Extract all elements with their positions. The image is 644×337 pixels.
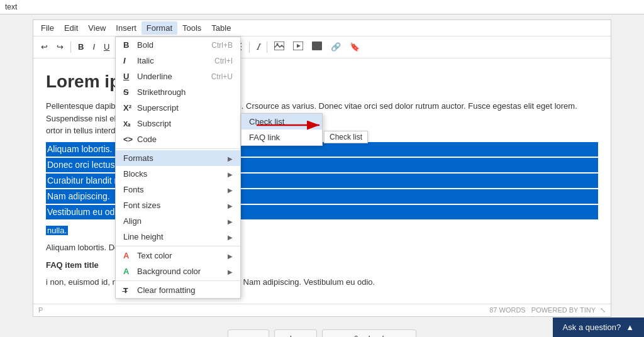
underline-button[interactable]: U — [100, 40, 113, 55]
format-subscript[interactable]: X₂Subscript — [116, 116, 240, 131]
font-sizes-submenu-arrow — [228, 201, 233, 210]
format-text-color[interactable]: AText color — [116, 248, 240, 263]
menu-table[interactable]: Table — [206, 21, 236, 35]
bold-button[interactable]: B — [74, 40, 87, 55]
bookmark-button[interactable]: 🔖 — [346, 40, 364, 55]
submenu-check-list[interactable]: Check list — [242, 114, 322, 130]
dropdown-separator-3 — [116, 280, 240, 281]
ask-widget-arrow: ▲ — [626, 323, 634, 332]
status-bar: P 87 WORDS POWERED BY TINY ⤡ — [33, 304, 611, 316]
save-reload-button[interactable]: save & reload page — [322, 329, 416, 337]
format-font-sizes[interactable]: Font sizes — [116, 197, 240, 213]
italic2-button[interactable]: 𝐼 — [253, 40, 264, 55]
blocks-submenu-arrow — [228, 169, 233, 179]
close-button[interactable]: close — [274, 329, 317, 337]
fonts-submenu-arrow — [228, 185, 233, 194]
powered-by: POWERED BY TINY — [531, 306, 596, 314]
svg-rect-6 — [312, 41, 322, 50]
format-fonts[interactable]: Fonts — [116, 182, 240, 197]
resize-handle[interactable]: ⤡ — [600, 306, 606, 314]
bg-color-submenu-arrow — [228, 267, 233, 276]
formats-submenu: Check list FAQ link — [241, 113, 323, 146]
format-dropdown: BBold Ctrl+B IItalic Ctrl+I UUnderline C… — [115, 36, 241, 299]
format-bold[interactable]: BBold Ctrl+B — [116, 37, 240, 53]
embed-button[interactable] — [308, 40, 326, 55]
submenu-faq-link[interactable]: FAQ link — [242, 130, 322, 145]
save-button[interactable]: save — [228, 329, 269, 337]
format-bg-color[interactable]: ABackground color — [116, 263, 240, 279]
link-button[interactable]: 🔗 — [327, 40, 345, 55]
dropdown-separator-2 — [116, 246, 240, 246]
status-info: 87 WORDS POWERED BY TINY ⤡ — [489, 306, 606, 314]
title-bar: text — [0, 0, 644, 14]
toolbar-sep-4 — [249, 41, 250, 53]
editor-container: File Edit View Insert Format Tools Table… — [33, 19, 611, 317]
text-color-submenu-arrow — [228, 251, 233, 260]
menu-tools[interactable]: Tools — [177, 21, 206, 35]
bottom-bar: save close save & reload page — [0, 322, 644, 337]
image-button[interactable] — [270, 40, 288, 55]
format-formats[interactable]: Formats — [116, 150, 240, 166]
dropdown-separator-1 — [116, 148, 240, 149]
word-count: 87 WORDS — [489, 306, 525, 314]
format-line-height[interactable]: Line height — [116, 229, 240, 245]
format-italic[interactable]: IItalic Ctrl+I — [116, 53, 240, 69]
menu-bar: File Edit View Insert Format Tools Table… — [33, 20, 611, 36]
menu-view[interactable]: View — [83, 21, 111, 35]
format-code[interactable]: <>Code — [116, 131, 240, 147]
menu-edit[interactable]: Edit — [59, 21, 83, 35]
align-submenu-arrow — [228, 216, 233, 226]
format-blocks[interactable]: Blocks — [116, 166, 240, 182]
menu-insert[interactable]: Insert — [111, 21, 142, 35]
redo-button[interactable]: ↪ — [53, 40, 67, 55]
format-clear[interactable]: T̶Clear formatting — [116, 282, 240, 298]
svg-marker-5 — [297, 44, 301, 48]
media-button[interactable] — [289, 40, 307, 55]
format-underline[interactable]: UUnderline Ctrl+U — [116, 69, 240, 84]
toolbar-sep-1 — [70, 41, 71, 53]
format-superscript[interactable]: X²Superscript — [116, 100, 240, 116]
nulla-highlight: nulla. — [46, 226, 68, 235]
title-label: text — [5, 3, 17, 11]
italic-button[interactable]: I — [89, 40, 99, 55]
toolbar-sep-5 — [267, 41, 267, 53]
ask-widget[interactable]: Ask a question? ▲ — [553, 318, 644, 337]
formats-submenu-arrow — [228, 153, 233, 163]
status-element: P — [38, 306, 43, 314]
format-align[interactable]: Align — [116, 213, 240, 229]
undo-button[interactable]: ↩ — [37, 40, 52, 55]
menu-file[interactable]: File — [36, 21, 59, 35]
menu-format[interactable]: Format — [142, 21, 177, 35]
format-strikethrough[interactable]: SStrikethrough — [116, 84, 240, 100]
ask-widget-label: Ask a question? — [563, 323, 621, 332]
line-height-submenu-arrow — [228, 232, 233, 241]
check-list-tooltip: Check list — [324, 131, 368, 143]
